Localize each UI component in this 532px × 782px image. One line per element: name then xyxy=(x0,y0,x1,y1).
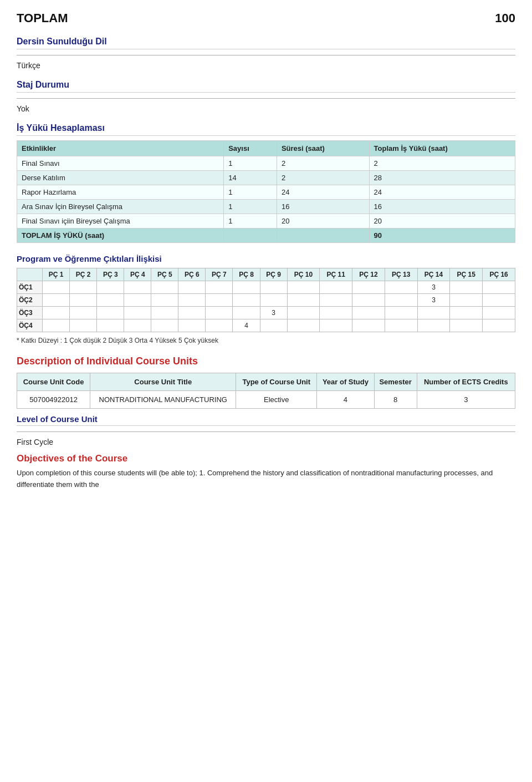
description-title: Description of Individual Course Units xyxy=(17,356,515,367)
pc-cell xyxy=(450,294,483,307)
pc-cell: 3 xyxy=(417,294,450,307)
pc-cell: 3 xyxy=(417,281,450,294)
pc-cell xyxy=(287,294,320,307)
pc-header-cell: PÇ 16 xyxy=(483,268,515,281)
pc-cell xyxy=(151,307,178,319)
desc-cell: 8 xyxy=(374,391,417,409)
dersin-sunuldugu-dil-value: Türkçe xyxy=(17,61,515,70)
level-value: First Cycle xyxy=(17,438,515,446)
pc-cell xyxy=(233,307,260,319)
toplam-section: TOPLAM 100 xyxy=(17,11,515,26)
level-section: Level of Course Unit First Cycle xyxy=(17,414,515,446)
pc-header-cell: PÇ 5 xyxy=(151,268,178,281)
pc-header-cell: PÇ 4 xyxy=(124,268,151,281)
pc-cell xyxy=(124,294,151,307)
pc-cell xyxy=(483,294,515,307)
pc-header-cell: PÇ 1 xyxy=(43,268,70,281)
workload-col-toplam: Toplam İş Yükü (saat) xyxy=(369,141,515,156)
description-section: Description of Individual Course Units C… xyxy=(17,356,515,409)
workload-cell: Final Sınavı xyxy=(17,156,224,171)
desc-cell: 4 xyxy=(317,391,374,409)
pc-cell xyxy=(97,307,124,319)
level-title: Level of Course Unit xyxy=(17,414,515,426)
course-units-table: Course Unit CodeCourse Unit TitleType of… xyxy=(17,373,515,409)
workload-cell: 20 xyxy=(277,214,369,228)
workload-cell: 1 xyxy=(224,214,277,228)
workload-cell: Rapor Hazırlama xyxy=(17,185,224,200)
pc-cell xyxy=(70,319,97,332)
pc-cell xyxy=(233,294,260,307)
workload-col-sayisi: Sayısı xyxy=(224,141,277,156)
pc-cell xyxy=(206,307,233,319)
desc-cell: Elective xyxy=(236,391,317,409)
pc-cell xyxy=(124,307,151,319)
pc-cell xyxy=(352,281,385,294)
pc-cell xyxy=(43,319,70,332)
pc-cell xyxy=(320,281,352,294)
pc-cell xyxy=(178,307,206,319)
workload-cell: 1 xyxy=(224,156,277,171)
pc-cell xyxy=(70,294,97,307)
pc-cell: 4 xyxy=(233,319,260,332)
pc-header-cell: PÇ 12 xyxy=(352,268,385,281)
pc-cell xyxy=(450,319,483,332)
pc-cell xyxy=(151,281,178,294)
workload-col-etkinlikler: Etkinlikler xyxy=(17,141,224,156)
is-yuku-section: İş Yükü Hesaplaması Etkinlikler Sayısı S… xyxy=(17,123,515,243)
workload-cell: 14 xyxy=(224,171,277,185)
pc-cell xyxy=(385,294,417,307)
pc-cell xyxy=(352,294,385,307)
toplam-label: TOPLAM xyxy=(17,11,68,26)
pc-cell xyxy=(483,307,515,319)
pc-cell xyxy=(417,307,450,319)
pc-cell xyxy=(260,319,287,332)
desc-header-cell: Semester xyxy=(374,373,417,391)
pc-header-cell: PÇ 14 xyxy=(417,268,450,281)
program-section: Program ve Öğrenme Çıktıları İlişkisi PÇ… xyxy=(17,254,515,344)
program-title: Program ve Öğrenme Çıktıları İlişkisi xyxy=(17,254,515,263)
pc-header-cell: PÇ 2 xyxy=(70,268,97,281)
pc-header-cell: PÇ 6 xyxy=(178,268,206,281)
pc-cell xyxy=(151,294,178,307)
pc-cell xyxy=(43,307,70,319)
desc-header-cell: Course Unit Code xyxy=(17,373,90,391)
is-yuku-title: İş Yükü Hesaplaması xyxy=(17,123,515,136)
objectives-text: Upon completion of this course students … xyxy=(17,468,515,491)
pc-cell xyxy=(417,319,450,332)
pc-cell xyxy=(287,319,320,332)
pc-cell: ÖÇ1 xyxy=(17,281,43,294)
desc-cell: NONTRADITIONAL MANUFACTURING xyxy=(90,391,236,409)
workload-cell: 1 xyxy=(224,200,277,214)
pc-cell xyxy=(178,294,206,307)
dersin-sunuldugu-dil-section: Dersin Sunulduğu Dil Türkçe xyxy=(17,37,515,70)
pc-cell xyxy=(260,294,287,307)
workload-col-suresi: Süresi (saat) xyxy=(277,141,369,156)
desc-header-cell: Number of ECTS Credits xyxy=(417,373,515,391)
objectives-section: Objectives of the Course Upon completion… xyxy=(17,453,515,491)
pc-cell xyxy=(206,294,233,307)
workload-cell: 16 xyxy=(277,200,369,214)
katkı-note: * Katkı Düzeyi : 1 Çok düşük 2 Düşük 3 O… xyxy=(17,337,515,344)
pc-cell xyxy=(320,319,352,332)
objectives-title: Objectives of the Course xyxy=(17,453,515,464)
workload-cell: TOPLAM İŞ YÜKÜ (saat) xyxy=(17,228,224,243)
pc-header-cell: PÇ 10 xyxy=(287,268,320,281)
workload-cell: 24 xyxy=(277,185,369,200)
pc-cell xyxy=(206,319,233,332)
pc-cell xyxy=(385,281,417,294)
workload-cell: 28 xyxy=(369,171,515,185)
desc-header-cell: Course Unit Title xyxy=(90,373,236,391)
pc-cell xyxy=(70,307,97,319)
pc-cell xyxy=(151,319,178,332)
desc-cell: 507004922012 xyxy=(17,391,90,409)
pc-cell xyxy=(97,294,124,307)
pc-header-cell: PÇ 9 xyxy=(260,268,287,281)
pc-cell xyxy=(385,319,417,332)
workload-cell xyxy=(277,228,369,243)
dersin-sunuldugu-dil-title: Dersin Sunulduğu Dil xyxy=(17,37,515,49)
pc-cell xyxy=(287,281,320,294)
pc-table: PÇ 1PÇ 2PÇ 3PÇ 4PÇ 5PÇ 6PÇ 7PÇ 8PÇ 9PÇ 1… xyxy=(17,268,515,332)
pc-cell xyxy=(260,281,287,294)
pc-cell xyxy=(233,281,260,294)
pc-cell xyxy=(97,319,124,332)
